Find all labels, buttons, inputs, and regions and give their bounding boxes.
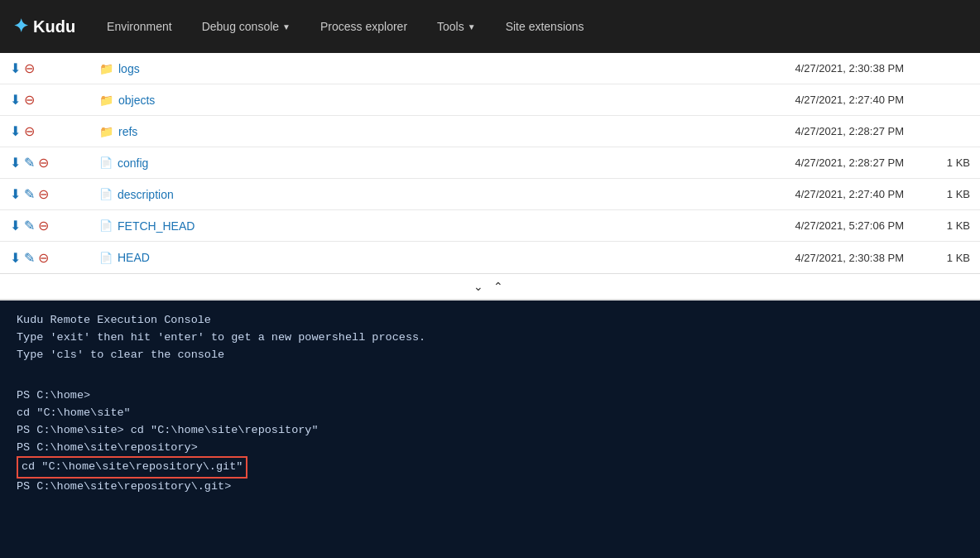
nav-environment[interactable]: Environment [95,13,184,40]
file-name-cell: 📄HEAD [93,251,738,264]
file-name-cell: 📁logs [93,62,738,75]
file-icon: 📄 [99,188,113,200]
file-actions: ⬇⊖ [10,60,93,76]
download-icon[interactable]: ⬇ [10,92,21,108]
file-name-cell: 📁objects [93,94,738,107]
console-highlighted-line: cd "C:\home\site\repository\.git" [17,456,247,479]
file-name-cell: 📁refs [93,125,738,138]
nav-tools[interactable]: Tools ▼ [425,13,488,40]
table-row: ⬇✎⊖📄HEAD4/27/2021, 2:30:38 PM1 KB [0,242,980,273]
edit-icon[interactable]: ✎ [24,250,35,266]
console-line: PS C:\home> [17,387,963,405]
console[interactable]: Kudu Remote Execution ConsoleType 'exit'… [0,301,980,558]
table-row: ⬇⊖📁refs4/27/2021, 2:28:27 PM [0,116,980,147]
file-explorer: ⬇⊖📁logs4/27/2021, 2:30:38 PM⬇⊖📁objects4/… [0,53,980,274]
delete-icon[interactable]: ⊖ [38,186,49,202]
file-date: 4/27/2021, 2:27:40 PM [738,94,920,106]
edit-icon[interactable]: ✎ [24,155,35,171]
console-intro-line: Kudu Remote Execution Console [17,312,963,330]
file-actions: ⬇✎⊖ [10,250,93,266]
edit-icon[interactable]: ✎ [24,186,35,202]
table-row: ⬇⊖📁logs4/27/2021, 2:30:38 PM [0,53,980,84]
file-name-link[interactable]: FETCH_HEAD [118,219,195,233]
console-blank [17,371,963,387]
brand-name: Kudu [33,17,75,36]
download-icon[interactable]: ⬇ [10,250,21,266]
console-intro: Kudu Remote Execution ConsoleType 'exit'… [17,312,963,364]
console-line: PS C:\home\site\repository> [17,440,963,457]
tools-caret: ▼ [468,22,476,31]
table-row: ⬇✎⊖📄FETCH_HEAD4/27/2021, 5:27:06 PM1 KB [0,210,980,242]
delete-icon[interactable]: ⊖ [38,155,49,171]
file-actions: ⬇✎⊖ [10,155,93,171]
file-actions: ⬇✎⊖ [10,218,93,233]
file-name-link[interactable]: HEAD [118,251,150,264]
folder-icon: 📁 [99,94,113,107]
edit-icon[interactable]: ✎ [24,218,35,233]
file-actions: ⬇⊖ [10,92,93,108]
table-row: ⬇✎⊖📄config4/27/2021, 2:28:27 PM1 KB [0,147,980,179]
delete-icon[interactable]: ⊖ [24,123,35,139]
file-actions: ⬇✎⊖ [10,186,93,202]
file-icon: 📄 [99,219,113,232]
console-line: PS C:\home\site> cd "C:\home\site\reposi… [17,422,963,440]
console-line: cd "C:\home\site" [17,405,963,422]
file-name-cell: 📄config [93,156,738,170]
file-date: 4/27/2021, 5:27:06 PM [738,219,920,232]
file-date: 4/27/2021, 2:28:27 PM [738,125,920,137]
file-date: 4/27/2021, 2:30:38 PM [738,62,920,75]
brand-icon: ✦ [13,16,28,37]
folder-icon: 📁 [99,125,113,138]
file-name-cell: 📄description [93,188,738,201]
delete-icon[interactable]: ⊖ [38,250,49,266]
file-size: 1 KB [920,188,970,200]
delete-icon[interactable]: ⊖ [24,92,35,108]
file-date: 4/27/2021, 2:27:40 PM [738,188,920,200]
download-icon[interactable]: ⬇ [10,123,21,139]
file-actions: ⬇⊖ [10,123,93,139]
nav-site-extensions[interactable]: Site extensions [494,13,596,40]
table-row: ⬇⊖📁objects4/27/2021, 2:27:40 PM [0,84,980,116]
download-icon[interactable]: ⬇ [10,186,21,202]
navbar: ✦ Kudu Environment Debug console ▼ Proce… [0,0,980,53]
file-date: 4/27/2021, 2:28:27 PM [738,156,920,169]
download-icon[interactable]: ⬇ [10,60,21,76]
file-icon: 📄 [99,156,113,169]
resize-handle[interactable]: ⌄ ⌃ [0,274,980,301]
folder-icon: 📁 [99,62,113,75]
table-row: ⬇✎⊖📄description4/27/2021, 2:27:40 PM1 KB [0,179,980,210]
debug-console-caret: ▼ [282,22,291,31]
nav-debug-console[interactable]: Debug console ▼ [190,13,302,40]
file-name-cell: 📄FETCH_HEAD [93,219,738,233]
delete-icon[interactable]: ⊖ [24,60,35,76]
file-date: 4/27/2021, 2:30:38 PM [738,252,920,264]
file-name-link[interactable]: description [118,188,174,201]
file-size: 1 KB [920,252,970,264]
file-name-link[interactable]: logs [118,62,140,75]
file-name-link[interactable]: refs [118,125,137,138]
file-size: 1 KB [920,219,970,232]
console-intro-line: Type 'cls' to clear the console [17,347,963,364]
console-line: PS C:\home\site\repository\.git> [17,479,963,496]
file-size: 1 KB [920,156,970,169]
brand-logo[interactable]: ✦ Kudu [13,16,75,37]
delete-icon[interactable]: ⊖ [38,218,49,233]
file-icon: 📄 [99,252,113,264]
file-name-link[interactable]: objects [118,94,155,107]
resize-arrows-icon: ⌄ ⌃ [473,280,507,293]
download-icon[interactable]: ⬇ [10,155,21,171]
nav-process-explorer[interactable]: Process explorer [309,13,419,40]
console-line: cd "C:\home\site\repository\.git" [17,456,963,479]
download-icon[interactable]: ⬇ [10,218,21,233]
console-intro-line: Type 'exit' then hit 'enter' to get a ne… [17,330,963,347]
file-name-link[interactable]: config [118,156,148,170]
